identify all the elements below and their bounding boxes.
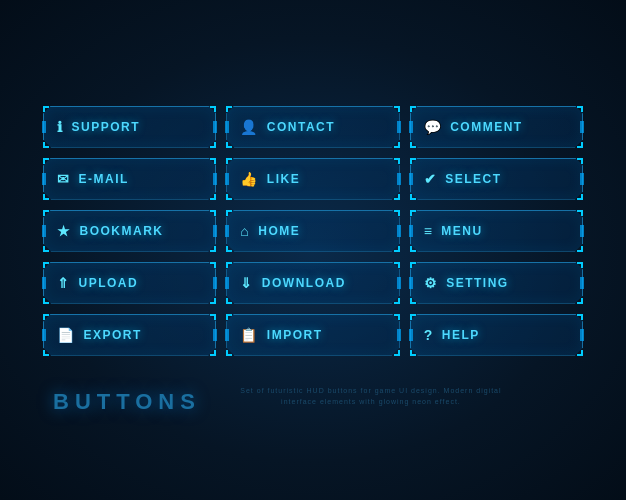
tab-left: [42, 277, 46, 289]
corner-bl: [410, 142, 416, 148]
btn-contact[interactable]: 👤 CONTACT: [226, 106, 399, 148]
like-label: LIKE: [267, 172, 300, 186]
tab-left: [409, 173, 413, 185]
btn-upload[interactable]: ⇑ UPLOAD: [43, 262, 216, 304]
email-label: E-MAIL: [79, 172, 129, 186]
corner-tl: [410, 314, 416, 320]
corner-br: [577, 246, 583, 252]
buttons-grid: ℹ SUPPORT 👤 CONTACT 💬 COMMENT: [23, 86, 603, 376]
corner-tl: [226, 210, 232, 216]
btn-menu[interactable]: ≡ MENU: [410, 210, 583, 252]
corner-tl: [410, 210, 416, 216]
corner-tl: [410, 262, 416, 268]
corner-bl: [226, 194, 232, 200]
corner-tr: [394, 158, 400, 164]
support-label: SUPPORT: [72, 120, 141, 134]
corner-bl: [226, 246, 232, 252]
home-label: HOME: [258, 224, 300, 238]
corner-tr: [210, 314, 216, 320]
corner-tl: [410, 106, 416, 112]
corner-tl: [43, 210, 49, 216]
btn-email[interactable]: ✉ E-MAIL: [43, 158, 216, 200]
corner-tl: [43, 106, 49, 112]
corner-tr: [210, 158, 216, 164]
corner-tr: [394, 314, 400, 320]
tab-left: [225, 121, 229, 133]
tab-right: [397, 277, 401, 289]
corner-tl: [410, 158, 416, 164]
btn-help[interactable]: ? HELP: [410, 314, 583, 356]
tab-right: [397, 329, 401, 341]
corner-bl: [43, 142, 49, 148]
corner-tr: [210, 210, 216, 216]
tab-left: [225, 329, 229, 341]
setting-icon: ⚙: [424, 275, 439, 291]
corner-br: [210, 246, 216, 252]
btn-support[interactable]: ℹ SUPPORT: [43, 106, 216, 148]
tab-right: [397, 121, 401, 133]
btn-bookmark[interactable]: ★ BOOKMARK: [43, 210, 216, 252]
download-icon: ⇓: [240, 275, 254, 291]
btn-import[interactable]: 📋 IMPORT: [226, 314, 399, 356]
corner-tr: [394, 106, 400, 112]
corner-tl: [226, 106, 232, 112]
corner-tr: [577, 262, 583, 268]
corner-tr: [210, 262, 216, 268]
corner-br: [394, 142, 400, 148]
corner-bl: [410, 194, 416, 200]
select-icon: ✔: [424, 171, 438, 187]
select-label: SELECT: [445, 172, 501, 186]
corner-bl: [43, 246, 49, 252]
comment-icon: 💬: [424, 119, 443, 135]
corner-tr: [577, 210, 583, 216]
corner-br: [210, 298, 216, 304]
corner-bl: [410, 298, 416, 304]
btn-comment[interactable]: 💬 COMMENT: [410, 106, 583, 148]
tab-right: [213, 121, 217, 133]
support-icon: ℹ: [57, 119, 64, 135]
tab-left: [225, 277, 229, 289]
help-icon: ?: [424, 327, 434, 343]
email-icon: ✉: [57, 171, 71, 187]
download-label: DOWNLOAD: [262, 276, 346, 290]
corner-bl: [43, 350, 49, 356]
import-icon: 📋: [240, 327, 259, 343]
tab-right: [580, 121, 584, 133]
tab-right: [397, 225, 401, 237]
corner-tl: [226, 262, 232, 268]
btn-download[interactable]: ⇓ DOWNLOAD: [226, 262, 399, 304]
bookmark-label: BOOKMARK: [80, 224, 164, 238]
tab-right: [213, 225, 217, 237]
corner-br: [210, 194, 216, 200]
tab-left: [409, 121, 413, 133]
tab-left: [42, 173, 46, 185]
setting-label: SETTING: [446, 276, 509, 290]
export-label: EXPORT: [84, 328, 142, 342]
corner-bl: [43, 298, 49, 304]
btn-home[interactable]: ⌂ HOME: [226, 210, 399, 252]
corner-tl: [226, 314, 232, 320]
btn-like[interactable]: 👍 LIKE: [226, 158, 399, 200]
tab-left: [225, 225, 229, 237]
corner-br: [577, 350, 583, 356]
like-icon: 👍: [240, 171, 259, 187]
corner-tr: [577, 314, 583, 320]
btn-select[interactable]: ✔ SELECT: [410, 158, 583, 200]
tab-right: [580, 329, 584, 341]
btn-export[interactable]: 📄 EXPORT: [43, 314, 216, 356]
tab-right: [580, 173, 584, 185]
corner-bl: [410, 350, 416, 356]
export-icon: 📄: [57, 327, 76, 343]
tab-left: [409, 329, 413, 341]
footer-area: BUTTONS Set of futuristic HUD buttons fo…: [23, 381, 603, 415]
corner-br: [577, 142, 583, 148]
corner-br: [577, 298, 583, 304]
tab-right: [580, 225, 584, 237]
btn-setting[interactable]: ⚙ SETTING: [410, 262, 583, 304]
footer-subtitle: Set of futuristic HUD buttons for game U…: [221, 385, 521, 407]
corner-tr: [577, 106, 583, 112]
upload-label: UPLOAD: [79, 276, 139, 290]
help-label: HELP: [442, 328, 480, 342]
menu-icon: ≡: [424, 223, 434, 239]
comment-label: COMMENT: [450, 120, 523, 134]
